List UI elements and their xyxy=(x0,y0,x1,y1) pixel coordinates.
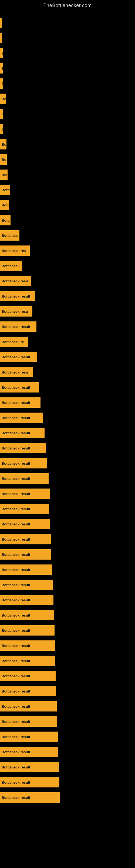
bar-label: Bottleneck result xyxy=(2,294,30,299)
bar-label: Bottleneck result xyxy=(2,568,30,572)
bar-item: Bottleneck result xyxy=(0,519,50,529)
bar-item: Bottleneck result xyxy=(0,291,35,301)
bar-row: Bottl xyxy=(0,213,135,228)
bar-label: | xyxy=(2,21,2,25)
bar-row: E xyxy=(0,45,135,61)
bar-label: B xyxy=(2,127,3,131)
bar-row: Bottleneck result xyxy=(0,517,135,532)
bar-label: Bottleneck xyxy=(2,264,19,268)
bar-row: | xyxy=(0,30,135,45)
bar-item: | xyxy=(0,18,2,28)
bar-row: Bottleneck resu xyxy=(0,304,135,319)
bar-row: Bottleneck result xyxy=(0,319,135,334)
bar-item: Bottleneck result xyxy=(0,564,52,575)
bar-item: Bottleneck result xyxy=(0,671,56,681)
bar-label: Bottleneck resu xyxy=(2,279,28,283)
bar-label: Bottleneck result xyxy=(2,780,30,784)
bar-label: Bottleneck result xyxy=(2,583,30,587)
bar-label: Bottleneck result xyxy=(2,705,30,709)
bar-row: Bottleneck result xyxy=(0,532,135,547)
bar-item: Bottleneck re xyxy=(0,337,28,347)
bar-label: Bottleneck result xyxy=(2,492,30,496)
bar-item: Bo xyxy=(0,94,6,104)
bar-label: Bot xyxy=(2,173,8,177)
bar-row: Bottleneck result xyxy=(0,714,135,729)
bar-item: Bottleneck result xyxy=(0,412,43,423)
bar-item: Bottleneck result xyxy=(0,641,55,651)
bar-item: Bottleneck result xyxy=(0,382,39,393)
bar-label: Bo xyxy=(2,143,6,147)
bar-label: Bottleneck result xyxy=(2,750,30,754)
bar-row: Bottleneck result xyxy=(0,729,135,744)
bar-row: Bottl xyxy=(0,182,135,197)
bar-label: Bottleneck result xyxy=(2,689,30,693)
bar-label: Bottleneck result xyxy=(2,598,30,602)
bar-item: Bottleneck xyxy=(0,261,22,271)
bar-label: Bottlenec xyxy=(2,234,17,238)
bar-item: Bottleneck result xyxy=(0,428,45,438)
bar-row: Bottleneck result xyxy=(0,653,135,669)
bar-row: Bottleneck resu xyxy=(0,365,135,380)
bar-item: Bottleneck res xyxy=(0,246,30,256)
bar-row: B xyxy=(0,106,135,122)
bar-item: Bottleneck result xyxy=(0,686,56,696)
bar-label: Bottl xyxy=(2,218,10,222)
bar-item: Bottleneck result xyxy=(0,397,41,408)
bar-row: Bottleneck result xyxy=(0,289,135,304)
bar-item: Bo xyxy=(0,154,7,165)
bar-row: Bottleneck result xyxy=(0,744,135,760)
bars-container: ||EBEBoBBBoBoBotBottlBottBottlBottlenecB… xyxy=(0,12,135,808)
bar-row: B xyxy=(0,61,135,76)
bar-item: Bottleneck result xyxy=(0,625,54,636)
bar-label: Bottleneck re xyxy=(2,340,24,344)
bar-item: E xyxy=(0,48,3,58)
bar-item: Bottleneck result xyxy=(0,732,58,742)
bar-item: Bottleneck result xyxy=(0,321,37,332)
bar-item: Bottleneck resu xyxy=(0,306,32,316)
bar-item: Bottl xyxy=(0,185,10,195)
bar-row: Bottleneck res xyxy=(0,243,135,258)
bar-row: Bottleneck result xyxy=(0,669,135,684)
bar-label: Bottleneck res xyxy=(2,249,26,253)
bar-label: Bottleneck result xyxy=(2,659,30,663)
bar-item: Bottleneck result xyxy=(0,701,57,712)
bar-row: Bo xyxy=(0,137,135,152)
bar-row: | xyxy=(0,15,135,30)
bar-item: Bottleneck result xyxy=(0,352,37,362)
bar-row: Bottleneck result xyxy=(0,608,135,623)
bar-item: Bottleneck resu xyxy=(0,367,33,377)
bar-row: Bottleneck result xyxy=(0,349,135,365)
bar-item: | xyxy=(0,33,2,43)
bar-row: Bottleneck result xyxy=(0,410,135,425)
bar-row: Bottleneck resu xyxy=(0,273,135,289)
bar-item: B xyxy=(0,109,3,119)
bar-item: Bottleneck result xyxy=(0,656,55,666)
bar-row: Bottleneck result xyxy=(0,547,135,562)
bar-item: Bot xyxy=(0,169,8,180)
bar-label: Bottleneck result xyxy=(2,735,30,739)
bar-row: Bo xyxy=(0,91,135,106)
bar-row: Bottleneck result xyxy=(0,699,135,714)
bar-label: Bottleneck result xyxy=(2,401,30,405)
bar-row: Bottleneck result xyxy=(0,760,135,775)
bar-label: Bottleneck result xyxy=(2,720,30,724)
bar-label: Bottleneck result xyxy=(2,476,30,480)
bar-item: Bott xyxy=(0,200,9,210)
bar-label: Bottleneck result xyxy=(2,431,30,435)
bar-label: B xyxy=(2,112,3,116)
bar-label: Bottleneck resu xyxy=(2,370,28,374)
bar-label: E xyxy=(2,51,3,55)
bar-item: Bottlenec xyxy=(0,230,19,241)
bar-item: Bottleneck result xyxy=(0,595,53,605)
bar-label: E xyxy=(2,82,3,86)
bar-label: Bottleneck result xyxy=(2,537,30,541)
bar-row: Bottleneck result xyxy=(0,638,135,653)
bar-label: Bottleneck result xyxy=(2,416,30,420)
bar-item: Bottleneck result xyxy=(0,610,54,620)
bar-label: Bottleneck resu xyxy=(2,310,28,314)
bar-item: Bottleneck result xyxy=(0,443,46,453)
bar-item: Bottleneck result xyxy=(0,762,59,772)
bar-label: Bottleneck result xyxy=(2,674,30,678)
bar-label: Bottleneck result xyxy=(2,644,30,648)
bar-row: Bottleneck result xyxy=(0,577,135,592)
